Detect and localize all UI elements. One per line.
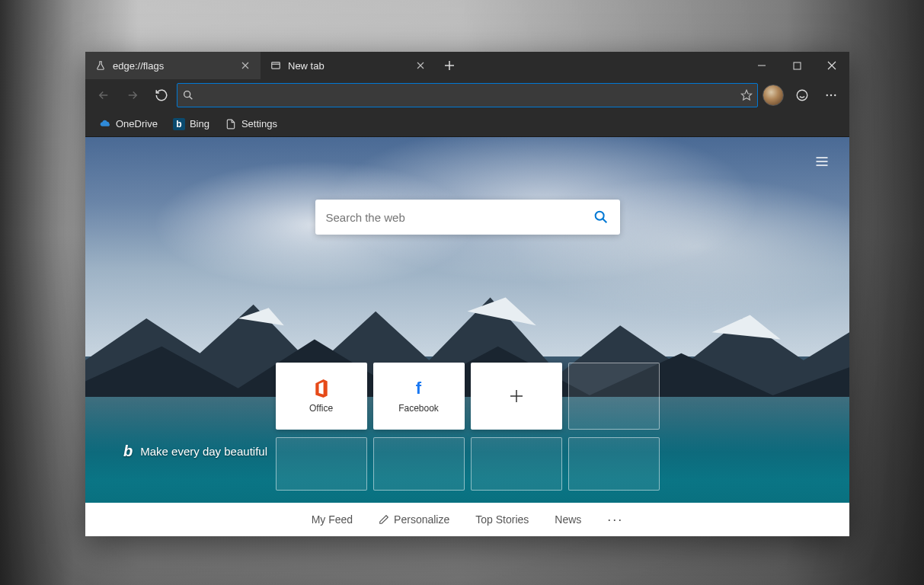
office-icon: [313, 379, 330, 398]
svg-marker-3: [741, 90, 751, 100]
maximize-button[interactable]: [779, 52, 814, 79]
svg-point-2: [184, 91, 190, 98]
back-button[interactable]: [90, 82, 117, 109]
tile-office[interactable]: Office: [276, 363, 367, 430]
favorite-onedrive[interactable]: OneDrive: [93, 115, 164, 133]
tab-strip: edge://flags New tab: [85, 52, 744, 79]
search-icon[interactable]: [593, 209, 609, 225]
svg-rect-1: [794, 62, 801, 69]
address-bar[interactable]: [177, 83, 758, 107]
browser-window: edge://flags New tab: [85, 52, 849, 536]
tile-placeholder[interactable]: [373, 437, 465, 491]
onedrive-icon: [99, 118, 111, 130]
refresh-button[interactable]: [148, 82, 175, 109]
profile-avatar[interactable]: [763, 85, 784, 106]
tab-close-button[interactable]: [413, 58, 428, 73]
bing-logo-icon: b: [123, 443, 133, 460]
svg-point-7: [834, 94, 836, 96]
address-input[interactable]: [200, 84, 734, 107]
svg-point-5: [826, 94, 828, 96]
bing-caption[interactable]: b Make every day beautiful: [123, 443, 267, 460]
tile-label: Facebook: [398, 403, 439, 414]
favorite-star-icon[interactable]: [740, 89, 753, 101]
caption-text: Make every day beautiful: [140, 445, 267, 458]
favorite-label: OneDrive: [116, 118, 158, 129]
plus-icon: [509, 386, 524, 406]
toolbar: [85, 79, 849, 111]
window-controls: [744, 52, 849, 79]
top-sites-tiles: Office f Facebook: [276, 363, 660, 430]
tab-close-button[interactable]: [238, 58, 253, 73]
flask-icon: [94, 59, 107, 72]
feed-news[interactable]: News: [555, 513, 581, 526]
titlebar: edge://flags New tab: [85, 52, 849, 79]
tab-edge-flags[interactable]: edge://flags: [85, 52, 261, 79]
tab-title: New tab: [288, 60, 407, 72]
pencil-icon: [379, 514, 389, 525]
tile-facebook[interactable]: f Facebook: [373, 363, 465, 430]
top-sites-tiles-row2: [276, 437, 660, 491]
svg-point-6: [830, 94, 832, 96]
tile-label: Office: [309, 403, 333, 414]
new-tab-button[interactable]: [436, 52, 463, 79]
close-window-button[interactable]: [814, 52, 849, 79]
page-icon: [225, 118, 237, 130]
feed-top-stories[interactable]: Top Stories: [475, 513, 529, 526]
favorite-label: Settings: [241, 118, 277, 129]
feed-more-button[interactable]: ···: [607, 512, 623, 528]
tile-add[interactable]: [471, 363, 562, 430]
newtab-icon: [270, 59, 282, 72]
tile-placeholder[interactable]: [568, 363, 660, 430]
facebook-icon: f: [416, 379, 421, 398]
favorite-settings[interactable]: Settings: [219, 115, 283, 133]
feed-bar: My Feed Personalize Top Stories News ···: [85, 503, 849, 536]
favorites-bar: OneDrive b Bing Settings: [85, 111, 849, 137]
tile-placeholder[interactable]: [568, 437, 660, 491]
bing-icon: b: [173, 118, 185, 130]
feed-personalize[interactable]: Personalize: [379, 513, 449, 526]
ntp-search-box[interactable]: [315, 200, 620, 235]
feed-my-feed[interactable]: My Feed: [312, 513, 353, 526]
ntp-hamburger-menu[interactable]: [810, 149, 834, 174]
more-menu-button[interactable]: [817, 82, 845, 109]
svg-point-4: [797, 90, 807, 101]
feedback-smiley-button[interactable]: [788, 82, 816, 109]
ntp-search-input[interactable]: [326, 211, 593, 224]
tab-title: edge://flags: [113, 60, 232, 72]
svg-rect-0: [272, 62, 280, 69]
favorite-label: Bing: [190, 118, 209, 129]
tab-new-tab[interactable]: New tab: [261, 52, 436, 79]
svg-point-8: [595, 212, 603, 220]
minimize-button[interactable]: [744, 52, 779, 79]
tile-placeholder[interactable]: [276, 437, 367, 491]
new-tab-page: Office f Facebook b Make every day beaut…: [85, 137, 849, 536]
search-icon: [182, 89, 194, 101]
tile-placeholder[interactable]: [471, 437, 562, 491]
favorite-bing[interactable]: b Bing: [167, 115, 216, 133]
forward-button[interactable]: [119, 82, 146, 109]
